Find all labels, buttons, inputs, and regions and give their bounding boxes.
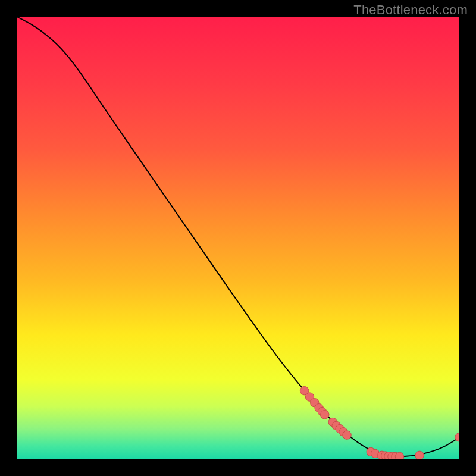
curve-marker <box>415 451 424 459</box>
bottleneck-chart <box>17 17 459 459</box>
chart-frame: TheBottleneck.com <box>0 0 476 476</box>
curve-marker <box>395 452 403 459</box>
watermark-text: TheBottleneck.com <box>353 2 468 18</box>
gradient-background <box>17 17 459 459</box>
plot-area <box>17 17 459 459</box>
curve-marker <box>321 411 329 419</box>
curve-marker <box>343 431 351 439</box>
